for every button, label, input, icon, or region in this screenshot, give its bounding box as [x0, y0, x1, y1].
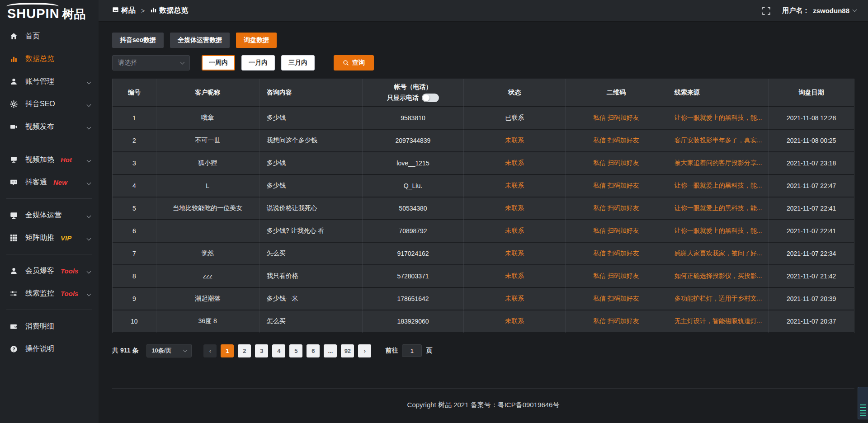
sidebar-item-video-publish[interactable]: 视频发布: [0, 115, 99, 138]
sidebar-item-label: 视频发布: [25, 122, 54, 132]
period-button-3[interactable]: 三月内: [281, 55, 315, 70]
sidebar-item-matrix-boost[interactable]: 矩阵助推VIP: [0, 226, 99, 249]
cell-qrcode[interactable]: 私信 扫码加好友: [566, 107, 667, 130]
period-button-2[interactable]: 一月内: [241, 55, 275, 70]
logo[interactable]: SHUPIN树品: [0, 0, 99, 25]
phone-only-toggle[interactable]: [422, 94, 439, 102]
cell-source[interactable]: 多功能护栏灯，适用于乡村文...: [667, 288, 769, 310]
chevron-down-icon: [87, 234, 90, 242]
cell-source[interactable]: 让你一眼就爱上的黑科技，能...: [667, 175, 769, 197]
sidebar-item-lead-monitor[interactable]: 线索监控Tools: [0, 282, 99, 305]
cell-nickname: zzz: [156, 265, 259, 288]
sidebar-item-data-overview[interactable]: 数据总览: [0, 47, 99, 70]
cell-source[interactable]: 让你一眼就爱上的黑科技，能...: [667, 107, 769, 130]
next-page-button[interactable]: ›: [358, 344, 371, 357]
breadcrumb-item-current[interactable]: 数据总览: [150, 6, 188, 15]
cell-qrcode[interactable]: 私信 扫码加好友: [566, 197, 667, 220]
sidebar-item-operation-guide[interactable]: 操作说明: [0, 338, 99, 360]
cell-source[interactable]: 让你一眼就爱上的黑科技，能...: [667, 220, 769, 243]
cell-qrcode[interactable]: 私信 扫码加好友: [566, 265, 667, 288]
fullscreen-icon[interactable]: [762, 7, 770, 15]
topbar-right: 用户名：zswodun88: [762, 6, 856, 15]
image-icon: [112, 6, 119, 15]
cell-status: 未联系: [464, 288, 566, 310]
sidebar-item-member-baoke[interactable]: 会员爆客Tools: [0, 259, 99, 282]
sidebar-item-douyin-seo[interactable]: 抖音SEO: [0, 93, 99, 115]
breadcrumb-label: 数据总览: [159, 6, 188, 15]
cell-status: 已联系: [464, 107, 566, 130]
cell-account: 70898792: [363, 220, 464, 243]
sidebar-item-label: 全媒体运营: [25, 211, 61, 220]
sidebar-item-home[interactable]: 首页: [0, 25, 99, 47]
cell-qrcode[interactable]: 私信 扫码加好友: [566, 152, 667, 175]
sidebar-item-media-operation[interactable]: 全媒体运营: [0, 204, 99, 226]
cell-content: 怎么买: [259, 243, 363, 265]
col-header-qrcode: 二维码: [566, 79, 667, 107]
monitor-icon: [10, 212, 20, 219]
cell-qrcode[interactable]: 私信 扫码加好友: [566, 288, 667, 310]
logo-arc: [6, 3, 59, 10]
goto-page-input[interactable]: [402, 344, 422, 357]
select-placeholder: 请选择: [118, 59, 137, 67]
tab-inquiry-data[interactable]: 询盘数据: [236, 33, 277, 48]
sidebar-item-label: 首页: [25, 32, 40, 41]
cell-nickname: [156, 220, 259, 243]
prev-page-button[interactable]: ‹: [203, 344, 217, 357]
cell-qrcode[interactable]: 私信 扫码加好友: [566, 130, 667, 152]
page-button-3[interactable]: 3: [255, 344, 268, 357]
floating-widget[interactable]: [858, 387, 868, 419]
sidebar-item-badge: Tools: [61, 290, 78, 297]
breadcrumb-item-home[interactable]: 树品: [112, 6, 136, 15]
cell-source[interactable]: 无主灯设计，智能磁吸轨道灯...: [667, 310, 769, 333]
more-pages-button[interactable]: ...: [324, 344, 337, 357]
cell-qrcode[interactable]: 私信 扫码加好友: [566, 220, 667, 243]
page-button-6[interactable]: 6: [307, 344, 320, 357]
cell-qrcode[interactable]: 私信 扫码加好友: [566, 243, 667, 265]
cell-content: 怎么买: [259, 310, 363, 333]
cell-source[interactable]: 如何正确选择投影仪，买投影...: [667, 265, 769, 288]
sidebar-item-account-management[interactable]: 账号管理: [0, 70, 99, 93]
cell-no: 1: [113, 107, 156, 130]
cell-status: 未联系: [464, 152, 566, 175]
cell-no: 3: [113, 152, 156, 175]
table-row: 3狐小狸多少钱love__1215未联系私信 扫码加好友被大家追着问的客厅投影分…: [113, 152, 854, 175]
sidebar-item-consumption-detail[interactable]: 消费明细: [0, 315, 99, 338]
chevron-down-icon: [87, 77, 90, 85]
page-button-4[interactable]: 4: [272, 344, 285, 357]
footer: Copyright 树品 2021 备案号：粤ICP备09019646号: [112, 388, 854, 423]
page-button-1[interactable]: 1: [221, 344, 234, 357]
cell-content: 多少钱? 让我死心 看: [259, 220, 363, 243]
user-menu[interactable]: 用户名：zswodun88: [782, 6, 856, 15]
tab-douyin-seo-data[interactable]: 抖音seo数据: [112, 33, 164, 48]
page-button-2[interactable]: 2: [238, 344, 251, 357]
cell-qrcode[interactable]: 私信 扫码加好友: [566, 175, 667, 197]
col-header-no: 编号: [113, 79, 156, 107]
sidebar-item-douketong[interactable]: 抖客通New: [0, 171, 99, 193]
table-header-row: 编号 客户昵称 咨询内容 帐号（电话） 只显示电话 状态 二维码 线索来源 询盘…: [113, 79, 854, 107]
cell-qrcode[interactable]: 私信 扫码加好友: [566, 310, 667, 333]
cell-source[interactable]: 感谢大家喜欢我家，被问了好...: [667, 243, 769, 265]
breadcrumb: 树品 > 数据总览: [112, 6, 188, 15]
account-select[interactable]: 请选择: [112, 55, 190, 70]
cell-source[interactable]: 被大家追着问的客厅投影分享...: [667, 152, 769, 175]
period-button-1[interactable]: 一周内: [202, 55, 235, 70]
search-button[interactable]: 查询: [334, 55, 374, 70]
cell-no: 7: [113, 243, 156, 265]
page-button-92[interactable]: 92: [341, 344, 354, 357]
copyright-text: Copyright 树品 2021 备案号：粤ICP备09019646号: [407, 401, 560, 409]
cell-content: 多少钱: [259, 152, 363, 175]
col-header-date: 询盘日期: [769, 79, 854, 107]
cell-status: 未联系: [464, 130, 566, 152]
cell-status: 未联系: [464, 265, 566, 288]
page-button-5[interactable]: 5: [289, 344, 302, 357]
cell-source[interactable]: 客厅安装投影半年多了，真实...: [667, 130, 769, 152]
page-size-select[interactable]: 10条/页: [146, 344, 192, 357]
username-value: zswodun88: [813, 7, 849, 14]
sidebar-item-video-heat[interactable]: 视频加热Hot: [0, 148, 99, 171]
sidebar-divider: [6, 198, 92, 199]
cell-source[interactable]: 让你一眼就爱上的黑科技，能...: [667, 197, 769, 220]
bar-chart-icon: [150, 6, 157, 15]
sidebar-item-badge: Hot: [61, 156, 72, 164]
tab-media-operation-data[interactable]: 全媒体运营数据: [170, 33, 230, 48]
sidebar-item-label: 抖音SEO: [25, 99, 55, 109]
